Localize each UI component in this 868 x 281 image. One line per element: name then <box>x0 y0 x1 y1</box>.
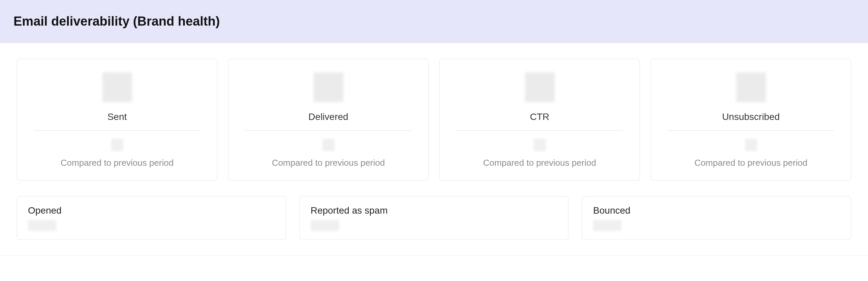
status-card-bounced: Bounced <box>582 196 851 240</box>
status-card-spam: Reported as spam <box>300 196 569 240</box>
section-header: Email deliverability (Brand health) <box>0 0 868 43</box>
divider <box>245 130 411 131</box>
skeleton-placeholder <box>525 72 555 102</box>
stat-card-sent: Sent Compared to previous period <box>17 59 217 181</box>
skeleton-placeholder <box>534 139 546 151</box>
stat-card-ctr: CTR Compared to previous period <box>439 59 640 181</box>
skeleton-placeholder <box>28 220 56 231</box>
skeleton-placeholder <box>314 72 343 102</box>
skeleton-placeholder <box>102 72 132 102</box>
status-label: Opened <box>28 205 275 216</box>
divider <box>668 130 834 131</box>
stat-label: Delivered <box>308 112 348 122</box>
status-card-opened: Opened <box>17 196 286 240</box>
section-content: Sent Compared to previous period Deliver… <box>0 43 868 256</box>
divider <box>34 130 200 131</box>
stat-label: Unsubscribed <box>722 112 780 122</box>
stat-card-delivered: Delivered Compared to previous period <box>228 59 429 181</box>
stat-label: CTR <box>530 112 550 122</box>
stat-compare-text: Compared to previous period <box>272 158 385 168</box>
divider <box>457 130 623 131</box>
stat-compare-text: Compared to previous period <box>694 158 807 168</box>
section-title: Email deliverability (Brand health) <box>13 14 855 29</box>
skeleton-placeholder <box>111 139 123 151</box>
status-label: Bounced <box>593 205 840 216</box>
skeleton-placeholder <box>322 139 335 151</box>
skeleton-placeholder <box>311 220 339 231</box>
status-row: Opened Reported as spam Bounced <box>17 196 851 240</box>
skeleton-placeholder <box>736 72 766 102</box>
dashboard-section: Email deliverability (Brand health) Sent… <box>0 0 868 256</box>
stats-row: Sent Compared to previous period Deliver… <box>17 59 851 181</box>
skeleton-placeholder <box>745 139 757 151</box>
status-label: Reported as spam <box>311 205 558 216</box>
stat-compare-text: Compared to previous period <box>483 158 596 168</box>
stat-label: Sent <box>107 112 127 122</box>
stat-card-unsubscribed: Unsubscribed Compared to previous period <box>651 59 851 181</box>
stat-compare-text: Compared to previous period <box>61 158 174 168</box>
skeleton-placeholder <box>593 220 621 231</box>
